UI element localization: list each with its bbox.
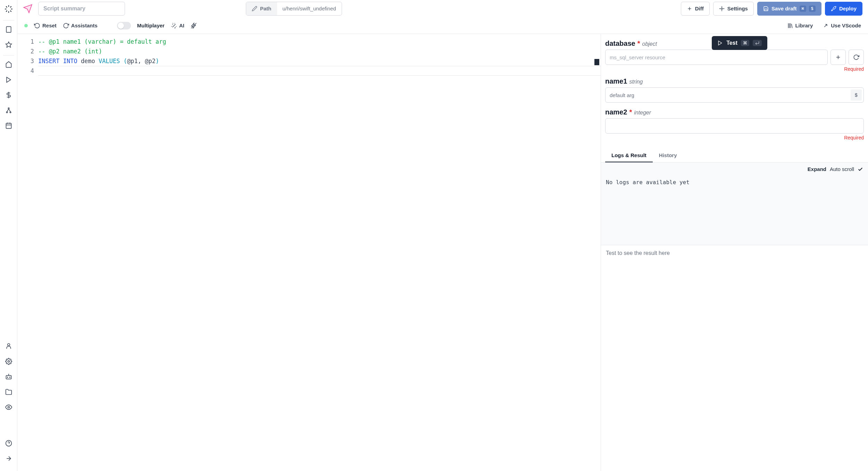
ai-label: AI	[179, 23, 184, 28]
calendar-icon[interactable]	[2, 119, 16, 132]
svg-point-23	[8, 406, 9, 408]
param-name: name1	[605, 77, 627, 85]
refresh-icon	[34, 23, 40, 29]
logs-body: No logs are available yet	[601, 175, 868, 245]
required-star: *	[637, 40, 640, 48]
param-type: integer	[634, 110, 651, 116]
gear-icon	[719, 6, 725, 11]
code-token: )	[156, 58, 159, 65]
required-text: Required	[605, 135, 864, 140]
building-icon[interactable]	[2, 23, 16, 36]
help-icon[interactable]	[2, 436, 16, 450]
cursor-indicator	[594, 59, 599, 65]
result-tabs: Logs & Result History	[601, 149, 868, 163]
name2-input[interactable]	[605, 118, 864, 134]
user-icon[interactable]	[2, 339, 16, 353]
highlight-off-icon	[191, 23, 197, 29]
app-logo[interactable]	[4, 4, 14, 14]
name1-input[interactable]	[605, 87, 864, 103]
refresh-resource-button[interactable]	[849, 50, 864, 65]
expand-icon[interactable]	[2, 452, 16, 465]
param-name2: name2* integer Required	[605, 108, 864, 140]
svg-rect-0	[6, 27, 11, 33]
params-section: database* object Required	[601, 34, 868, 146]
status-indicator	[24, 24, 28, 27]
autoscroll-label: Auto scroll	[830, 166, 854, 172]
gear-icon[interactable]	[2, 354, 16, 368]
test-button[interactable]: Test ⌘	[712, 36, 767, 50]
svg-point-8	[8, 108, 9, 109]
library-label: Library	[795, 23, 813, 28]
add-resource-button[interactable]	[831, 50, 846, 65]
database-input[interactable]	[605, 50, 828, 65]
test-kbd-enter	[753, 40, 762, 46]
diff-label: Diff	[695, 6, 704, 11]
dollar-icon[interactable]	[2, 88, 16, 102]
enter-icon	[755, 41, 760, 45]
expand-button[interactable]: Expand	[808, 166, 826, 172]
folder-icon[interactable]	[2, 385, 16, 399]
code-token: (	[124, 58, 127, 65]
vscode-button[interactable]: Use VScode	[823, 23, 861, 29]
line-number: 2	[17, 46, 34, 56]
code-token: @p1, @p2	[127, 58, 156, 65]
multiplayer-toggle[interactable]	[117, 22, 131, 29]
param-name1: name1 string $	[605, 77, 864, 103]
diff-button[interactable]: Diff	[681, 2, 710, 16]
path-label: Path	[246, 2, 277, 15]
play-icon[interactable]	[2, 73, 16, 87]
pencil-icon	[252, 6, 257, 11]
toolbar: Reset Assistants Multiplayer AI Library …	[17, 17, 868, 34]
script-summary-input[interactable]	[38, 2, 125, 16]
save-icon	[763, 6, 769, 11]
tab-history[interactable]: History	[653, 149, 683, 162]
svg-point-21	[9, 377, 10, 378]
reset-button[interactable]: Reset	[34, 23, 57, 29]
ai-button[interactable]: AI	[171, 23, 184, 29]
network-icon[interactable]	[2, 103, 16, 117]
star-icon[interactable]	[2, 38, 16, 52]
assistants-label: Assistants	[71, 23, 98, 28]
assistants-button[interactable]: Assistants	[63, 23, 98, 29]
code-editor[interactable]: 1 2 3 4 -- @p1 name1 (varchar) = default…	[17, 34, 601, 471]
plus-icon	[835, 54, 841, 60]
svg-point-29	[721, 8, 723, 9]
settings-button[interactable]: Settings	[713, 2, 754, 16]
library-button[interactable]: Library	[787, 23, 813, 29]
highlight-button[interactable]	[191, 23, 197, 29]
sidebar	[0, 0, 17, 471]
tab-logs[interactable]: Logs & Result	[605, 149, 653, 162]
line-numbers: 1 2 3 4	[17, 34, 38, 471]
code-token: VALUES	[99, 58, 120, 65]
home-icon[interactable]	[2, 58, 16, 71]
line-number: 3	[17, 56, 34, 66]
settings-label: Settings	[727, 6, 748, 11]
deploy-button[interactable]: Deploy	[825, 2, 862, 16]
variable-picker-button[interactable]: $	[851, 89, 862, 101]
required-text: Required	[605, 66, 864, 72]
test-label: Test	[726, 40, 737, 46]
logs-header: Expand Auto scroll	[601, 163, 868, 175]
line-number: 1	[17, 37, 34, 46]
check-icon[interactable]	[858, 166, 863, 172]
required-star: *	[629, 108, 632, 116]
reset-label: Reset	[42, 23, 57, 28]
path-field[interactable]: Path u/henri/swift_undefined	[246, 2, 342, 16]
svg-point-9	[6, 112, 7, 113]
svg-rect-19	[6, 376, 11, 379]
bot-icon[interactable]	[2, 370, 16, 384]
eye-icon[interactable]	[2, 400, 16, 414]
toggle-knob	[118, 23, 124, 29]
svg-line-34	[792, 24, 792, 28]
code-body[interactable]: -- @p1 name1 (varchar) = default arg -- …	[38, 34, 601, 471]
sidebar-divider	[3, 20, 14, 20]
svg-point-20	[7, 377, 8, 378]
sidebar-divider	[3, 55, 14, 55]
refresh-icon	[853, 54, 859, 60]
header: Path u/henri/swift_undefined Diff Settin…	[17, 0, 868, 17]
save-kbd-s: S	[809, 6, 816, 12]
svg-rect-13	[6, 123, 11, 128]
diff-icon	[687, 6, 692, 11]
script-icon	[23, 4, 33, 14]
save-draft-button[interactable]: Save draft ⌘ S	[757, 2, 821, 16]
